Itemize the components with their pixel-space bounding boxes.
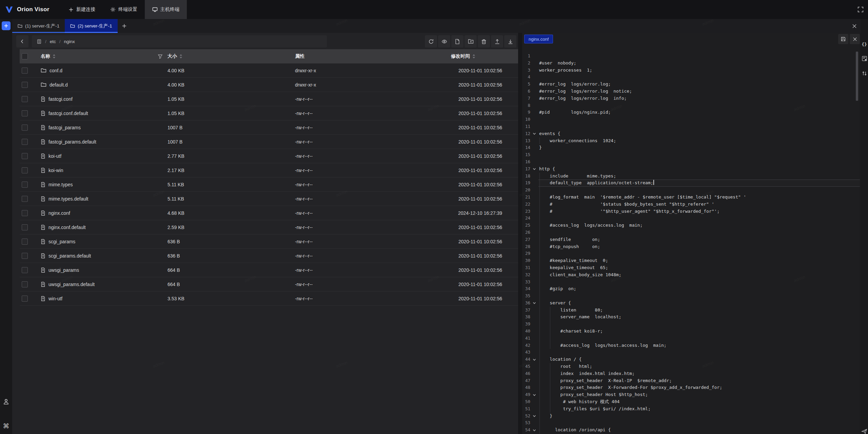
- open-file-tag[interactable]: nginx.conf: [524, 35, 553, 43]
- new-connection-button[interactable]: [2, 21, 11, 30]
- code-line[interactable]: 23 # '"$http_user_agent" "$http_x_forwar…: [522, 208, 860, 215]
- table-row[interactable]: win-utf3.53 KB-rw-r--r--2020-11-01 10:02…: [20, 291, 528, 306]
- user-icon[interactable]: [0, 398, 12, 405]
- filter-funnel-icon[interactable]: [158, 54, 163, 59]
- code-line[interactable]: 54 location /orion/api {: [522, 427, 860, 434]
- row-checkbox[interactable]: [22, 68, 28, 74]
- code-line[interactable]: 49 proxy_set_header Host $http_host;: [522, 391, 860, 398]
- code-line[interactable]: 30 #keepalive_timeout 0;: [522, 257, 860, 264]
- code-line[interactable]: 11: [522, 123, 860, 130]
- code-line[interactable]: 41: [522, 335, 860, 342]
- file-name[interactable]: scgi_params.default: [48, 253, 91, 259]
- code-line[interactable]: 39: [522, 321, 860, 328]
- code-line[interactable]: 17http {: [522, 166, 860, 173]
- code-line[interactable]: 37 listen 80;: [522, 307, 860, 314]
- file-name[interactable]: fastcgi_params.default: [48, 139, 96, 145]
- code-line[interactable]: 20: [522, 187, 860, 194]
- tab-server-1[interactable]: (1) server-生产-1: [12, 19, 65, 33]
- code-line[interactable]: 52 }: [522, 413, 860, 420]
- code-line[interactable]: 51 try_files $uri $uri/ /index.html;: [522, 405, 860, 413]
- row-checkbox[interactable]: [22, 167, 28, 173]
- table-row[interactable]: uwsgi_params664 B-rw-r--r--2020-11-01 10…: [20, 263, 528, 277]
- code-line[interactable]: 22 # '$status $body_bytes_sent "$http_re…: [522, 201, 860, 208]
- code-line[interactable]: 5#error_log logs/error.log;: [522, 81, 860, 88]
- code-line[interactable]: 53: [522, 419, 860, 427]
- file-name[interactable]: default.d: [50, 82, 68, 88]
- code-line[interactable]: 4: [522, 74, 860, 81]
- sort-carets-icon[interactable]: [179, 54, 182, 59]
- code-line[interactable]: 46 index index.html index.htm;: [522, 370, 860, 377]
- back-button[interactable]: [16, 35, 28, 48]
- table-row[interactable]: scgi_params636 B-rw-r--r--2020-11-01 10:…: [20, 234, 528, 249]
- code-line[interactable]: 44 location / {: [522, 356, 860, 363]
- fullscreen-icon[interactable]: [855, 4, 866, 15]
- new-file-icon[interactable]: [451, 35, 463, 48]
- row-checkbox[interactable]: [22, 182, 28, 188]
- new-folder-icon[interactable]: [465, 35, 477, 48]
- eye-icon[interactable]: [438, 35, 450, 48]
- code-line[interactable]: 50 # web history 模式 404: [522, 398, 860, 405]
- table-row[interactable]: conf.d4.00 KBdrwxr-xr-x2020-11-01 10:02:…: [20, 63, 528, 78]
- command-shortcuts-icon[interactable]: ⌘: [0, 422, 12, 430]
- bookmark-file-icon[interactable]: [861, 56, 868, 61]
- code-line[interactable]: 10: [522, 116, 860, 123]
- code-line[interactable]: 34 #gzip on;: [522, 285, 860, 293]
- file-name[interactable]: scgi_params: [48, 239, 75, 244]
- code-line[interactable]: 7#error_log logs/error.log info;: [522, 95, 860, 102]
- row-checkbox[interactable]: [22, 210, 28, 216]
- row-checkbox[interactable]: [22, 267, 28, 273]
- code-line[interactable]: 28 #tcp_nopush on;: [522, 243, 860, 250]
- file-name[interactable]: fastcgi.conf.default: [48, 111, 88, 116]
- tab-server-2[interactable]: (2) server-生产-1: [65, 19, 117, 33]
- file-name[interactable]: koi-utf: [48, 153, 61, 159]
- sort-arrows-icon[interactable]: [861, 71, 868, 76]
- code-line[interactable]: 36 server {: [522, 300, 860, 307]
- new-tab-button[interactable]: [118, 19, 131, 33]
- table-row[interactable]: fastcgi_params1007 B-rw-r--r--2020-11-01…: [20, 120, 528, 135]
- code-line[interactable]: 47 proxy_set_header X-Real-IP $remote_ad…: [522, 377, 860, 384]
- code-line[interactable]: 13 worker_connections 1024;: [522, 137, 860, 145]
- code-line[interactable]: 6#error_log logs/error.log notice;: [522, 88, 860, 95]
- breadcrumb-segment-nginx[interactable]: nginx: [64, 39, 75, 44]
- code-line[interactable]: 29: [522, 250, 860, 257]
- breadcrumb-segment-etc[interactable]: etc: [50, 39, 56, 44]
- file-name[interactable]: conf.d: [50, 68, 62, 73]
- table-row[interactable]: default.d4.00 KBdrwxr-xr-x2020-11-01 10:…: [20, 78, 528, 92]
- file-name[interactable]: uwsgi_params: [48, 267, 79, 273]
- file-name[interactable]: win-utf: [48, 296, 62, 301]
- close-editor-icon[interactable]: [850, 34, 860, 44]
- column-size[interactable]: 大小: [167, 53, 177, 59]
- download-icon[interactable]: [504, 35, 516, 48]
- code-line[interactable]: 48 proxy_set_header X-Forwarded-For $pro…: [522, 384, 860, 391]
- code-line[interactable]: 18 include mime.types;: [522, 173, 860, 180]
- file-name[interactable]: fastcgi.conf: [48, 96, 73, 102]
- column-name[interactable]: 名称: [41, 53, 50, 59]
- row-checkbox[interactable]: [22, 281, 28, 287]
- editor-scrollbar[interactable]: [856, 52, 858, 101]
- chevron-down-icon[interactable]: [530, 391, 538, 398]
- code-line[interactable]: 42 #access_log logs/host.access.log main…: [522, 342, 860, 349]
- code-line[interactable]: 3worker_processes 1;: [522, 67, 860, 74]
- code-editor[interactable]: 12#user nobody;3worker_processes 1;45#er…: [522, 48, 860, 434]
- row-checkbox[interactable]: [22, 96, 28, 102]
- file-name[interactable]: mime.types: [48, 182, 73, 187]
- file-name[interactable]: koi-win: [48, 168, 63, 173]
- row-checkbox[interactable]: [22, 196, 28, 202]
- code-line[interactable]: 16: [522, 158, 860, 166]
- close-icon[interactable]: [852, 19, 857, 33]
- panel-splitter[interactable]: [518, 33, 522, 434]
- file-name[interactable]: mime.types.default: [48, 196, 88, 202]
- braces-icon[interactable]: {}: [861, 42, 868, 47]
- file-name[interactable]: nginx.conf: [48, 210, 70, 216]
- code-line[interactable]: 14}: [522, 144, 860, 151]
- sort-carets-icon[interactable]: [53, 54, 56, 59]
- sort-carets-icon[interactable]: [472, 54, 475, 59]
- code-line[interactable]: 1: [522, 53, 860, 60]
- refresh-icon[interactable]: [425, 35, 437, 48]
- code-line[interactable]: 19 default_type application/octet-stream…: [522, 180, 860, 187]
- table-row[interactable]: fastcgi.conf1.05 KB-rw-r--r--2020-11-01 …: [20, 92, 528, 106]
- menu-item-terminal-settings[interactable]: 终端设置: [103, 0, 145, 19]
- code-line[interactable]: 25 #access_log logs/access.log main;: [522, 222, 860, 229]
- table-row[interactable]: mime.types5.11 KB-rw-r--r--2020-11-01 10…: [20, 177, 528, 192]
- code-line[interactable]: 38 server_name localhost;: [522, 314, 860, 321]
